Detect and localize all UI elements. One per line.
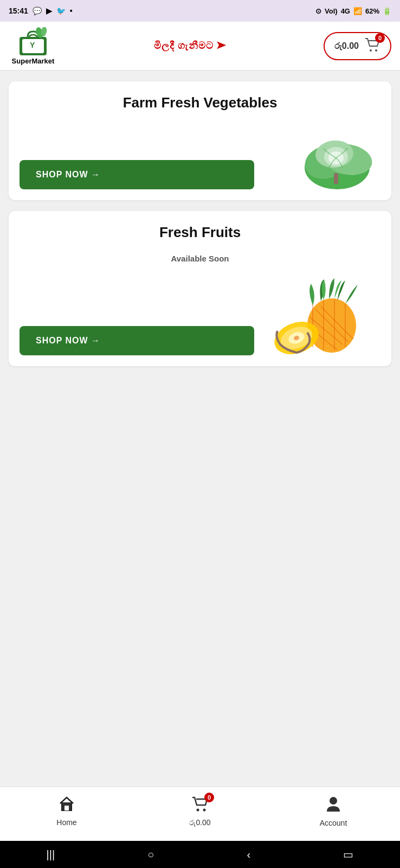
recents-button[interactable]: ||| [47,848,55,861]
whatsapp-icon: 💬 [33,7,42,15]
svg-rect-27 [64,806,69,810]
bottom-nav: Home 0 රු0.00 Account [0,787,400,841]
battery-text: 62% [365,7,379,15]
home-label: Home [56,818,76,827]
cart-label: රු0.00 [189,818,210,827]
status-bar: 15:41 💬 ▶ 🐦 • ⊙ Vol) 4G 📶 62% 🔋 [0,0,400,22]
vegetables-shop-button[interactable]: SHOP NOW → [20,160,254,189]
cart-price: රු0.00 [334,41,359,51]
fruits-shop-button[interactable]: SHOP NOW → [20,326,254,355]
header-cart-badge: 0 [375,33,385,43]
twitter-icon: 🐦 [56,7,66,15]
logo: Y SuperMarket [9,27,57,65]
battery-icon: 🔋 [383,7,391,15]
vegetables-card: Farm Fresh Vegetables SHOP NOW → [9,81,391,200]
account-label: Account [320,819,347,827]
network-4g: 4G [341,7,350,15]
logo-market: Market [31,57,54,65]
svg-rect-13 [334,173,338,184]
logo-icon: Y [17,27,49,57]
nav-home[interactable]: Home [40,796,94,827]
header: Y SuperMarket මිලදී ගැනීමට ➤ රු0.00 0 [0,22,400,71]
fruits-image-area: SHOP NOW → [20,274,380,355]
vegetables-shop-label: SHOP NOW → [36,170,100,180]
youtube-icon: ▶ [46,7,52,15]
pineapple-image [272,274,380,355]
fruits-subtitle: Available Soon [20,254,380,263]
svg-point-5 [370,49,372,52]
vegetables-image-area: SHOP NOW → [20,124,380,189]
promo-text[interactable]: මිලදී ගැනීමට ➤ [154,40,227,52]
overview-button[interactable]: ▭ [343,848,353,861]
fruits-title: Fresh Fruits [20,224,380,241]
cart-button[interactable]: රු0.00 0 [324,32,391,60]
nav-account[interactable]: Account [306,795,360,827]
svg-point-6 [375,49,377,52]
nav-cart-badge: 0 [204,793,214,802]
back-button[interactable]: ‹ [247,848,251,861]
status-left: 15:41 💬 ▶ 🐦 • [9,7,73,15]
signal-icon: 📶 [353,7,362,15]
svg-point-29 [203,808,206,811]
fruits-card: Fresh Fruits Available Soon SHOP NOW → [9,211,391,366]
nav-cart[interactable]: 0 රු0.00 [173,796,227,827]
lettuce-image [294,124,380,189]
home-button[interactable]: ○ [147,848,154,861]
fruits-shop-label: SHOP NOW → [36,336,100,346]
time: 15:41 [9,7,28,15]
content-spacer [9,377,391,776]
home-icon [59,796,75,816]
status-right: ⊙ Vol) 4G 📶 62% 🔋 [315,7,391,15]
android-nav: ||| ○ ‹ ▭ [0,841,400,868]
vegetables-title: Farm Fresh Vegetables [20,94,380,111]
cart-icon-wrap: 0 [364,37,380,55]
logo-text: SuperMarket [12,57,55,65]
cast-icon: ⊙ [315,7,321,15]
svg-text:Y: Y [30,41,35,49]
svg-point-30 [330,797,337,805]
vol-icon: Vol) [325,7,338,15]
svg-point-28 [197,808,199,811]
dot-icon: • [70,7,73,15]
account-icon [326,795,341,816]
nav-cart-icon: 0 [191,796,209,816]
main-content: Farm Fresh Vegetables SHOP NOW → [0,71,400,787]
logo-super: Super [12,57,32,65]
